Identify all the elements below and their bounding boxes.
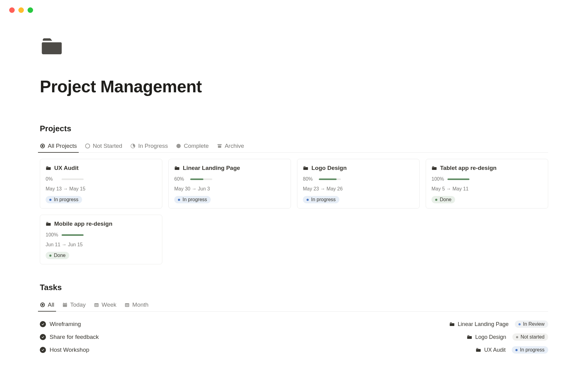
projects-tab-archive[interactable]: Archive <box>217 143 244 152</box>
tasks-tab-all[interactable]: All <box>40 301 54 311</box>
project-percent: 100% <box>46 232 58 238</box>
status-label: In progress <box>183 197 207 202</box>
project-dates: May 13 → May 15 <box>46 186 156 192</box>
tab-label: In Progress <box>138 143 168 149</box>
checkmark-icon[interactable] <box>40 347 46 353</box>
svg-rect-16 <box>127 305 127 305</box>
svg-rect-13 <box>97 305 98 306</box>
project-percent: 60% <box>174 176 187 182</box>
tab-label: Month <box>132 301 149 308</box>
status-label: Not started <box>521 334 545 340</box>
projects-tab-in-progress[interactable]: In Progress <box>130 143 168 152</box>
svg-rect-8 <box>95 305 96 305</box>
task-project-chip[interactable]: UX Audit <box>476 347 506 353</box>
project-name: Mobile app re-design <box>54 220 112 227</box>
status-badge: In progress <box>303 196 339 203</box>
project-card[interactable]: Mobile app re-design100%Jun 11 → Jun 15D… <box>40 215 162 264</box>
task-name: Share for feedback <box>50 334 99 340</box>
folder-icon <box>46 221 51 227</box>
project-percent: 100% <box>432 176 444 182</box>
projects-tabs: All ProjectsNot StartedIn ProgressComple… <box>40 143 548 153</box>
status-badge: In progress <box>174 196 211 203</box>
tasks-list: WireframingLinear Landing PageIn ReviewS… <box>40 318 548 356</box>
project-dates: Jun 11 → Jun 15 <box>46 242 156 247</box>
tasks-tab-month[interactable]: Month <box>124 301 149 311</box>
folder-icon <box>476 347 481 353</box>
close-window-button[interactable] <box>9 7 15 13</box>
tab-label: Not Started <box>93 143 122 149</box>
task-project-chip[interactable]: Logo Design <box>467 334 506 340</box>
svg-rect-9 <box>96 305 97 305</box>
task-name: Wireframing <box>50 321 81 328</box>
svg-rect-19 <box>127 305 127 306</box>
checkmark-icon[interactable] <box>40 334 46 340</box>
status-label: In progress <box>520 347 545 353</box>
checkmark-icon[interactable] <box>40 321 46 327</box>
status-label: In progress <box>311 197 336 202</box>
svg-rect-1 <box>217 144 222 145</box>
project-name: Linear Landing Page <box>183 165 240 171</box>
task-row[interactable]: Host WorkshopUX AuditIn progress <box>40 343 548 356</box>
tasks-tab-week[interactable]: Week <box>94 301 116 311</box>
project-name: Logo Design <box>311 165 347 171</box>
status-label: In Review <box>523 321 545 327</box>
task-project-chip[interactable]: Linear Landing Page <box>449 321 509 328</box>
status-badge: Done <box>46 252 69 259</box>
projects-tab-complete[interactable]: Complete <box>176 143 209 152</box>
projects-tab-not-started[interactable]: Not Started <box>85 143 122 152</box>
circle-solid-icon <box>176 143 181 149</box>
status-badge: Done <box>432 196 455 203</box>
maximize-window-button[interactable] <box>28 7 33 13</box>
svg-rect-11 <box>95 305 96 306</box>
task-row[interactable]: Share for feedbackLogo DesignNot started <box>40 331 548 343</box>
project-card[interactable]: UX Audit0%May 13 → May 15In progress <box>40 159 162 209</box>
project-card[interactable]: Linear Landing Page60%May 30 → Jun 3In p… <box>168 159 291 209</box>
tasks-tabs: AllTodayWeekMonth <box>40 301 548 312</box>
project-name: UX Audit <box>54 165 79 171</box>
projects-tab-all-projects[interactable]: All Projects <box>40 143 77 152</box>
projects-grid: UX Audit0%May 13 → May 15In progressLine… <box>40 159 548 264</box>
tasks-tab-today[interactable]: Today <box>62 301 86 311</box>
task-project-name: Logo Design <box>475 334 506 340</box>
svg-rect-6 <box>63 304 67 305</box>
folder-icon <box>174 165 180 171</box>
page-title[interactable]: Project Management <box>40 77 548 96</box>
folder-icon <box>432 165 437 171</box>
project-dates: May 30 → Jun 3 <box>174 186 285 192</box>
project-dates: May 23 → May 26 <box>303 186 414 192</box>
project-percent: 80% <box>303 176 316 182</box>
window-traffic-lights <box>0 0 588 13</box>
minimize-window-button[interactable] <box>18 7 24 13</box>
folder-icon <box>46 165 51 171</box>
progress-bar <box>62 234 84 236</box>
tab-label: Archive <box>225 143 244 149</box>
folder-icon <box>467 334 472 340</box>
svg-rect-5 <box>66 303 66 304</box>
task-name: Host Workshop <box>50 347 89 353</box>
tab-label: All Projects <box>48 143 77 149</box>
status-label: In progress <box>54 197 78 202</box>
archive-icon <box>217 143 222 149</box>
calendar-grid-icon <box>124 302 130 308</box>
target-icon <box>40 302 45 308</box>
project-dates: May 5 → May 11 <box>432 186 542 192</box>
task-row[interactable]: WireframingLinear Landing PageIn Review <box>40 318 548 331</box>
status-label: Done <box>440 197 451 202</box>
svg-rect-12 <box>96 305 97 306</box>
svg-rect-20 <box>128 305 128 306</box>
status-badge: In Review <box>515 320 548 328</box>
status-badge: In progress <box>512 346 548 354</box>
folder-icon <box>449 321 455 327</box>
svg-rect-17 <box>128 305 128 305</box>
pie-icon <box>130 143 136 149</box>
tab-label: Today <box>70 301 86 308</box>
progress-bar <box>62 178 84 180</box>
progress-bar <box>190 178 212 180</box>
progress-bar <box>447 178 469 180</box>
page-icon-folder[interactable] <box>40 34 64 58</box>
project-card[interactable]: Tablet app re-design100%May 5 → May 11Do… <box>426 159 548 209</box>
target-icon <box>40 143 45 149</box>
svg-rect-4 <box>64 303 64 304</box>
progress-bar <box>319 178 341 180</box>
project-card[interactable]: Logo Design80%May 23 → May 26In progress <box>297 159 420 209</box>
